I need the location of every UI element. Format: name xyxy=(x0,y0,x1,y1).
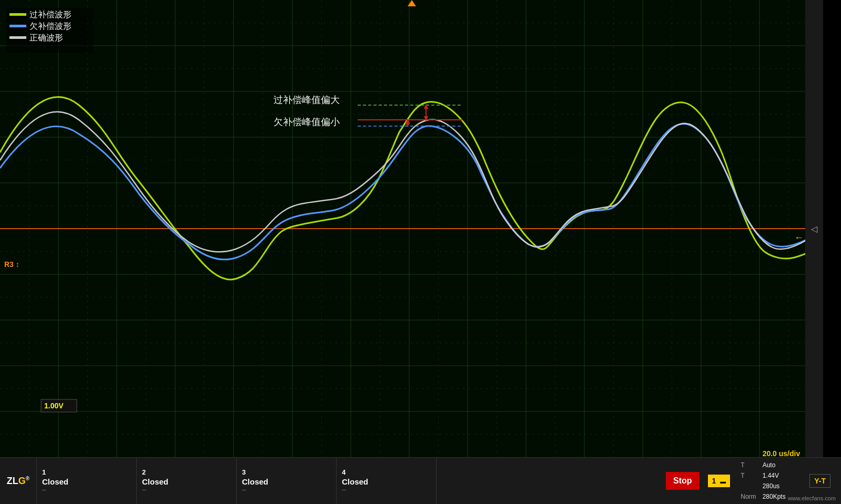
logo-area: ZLG® xyxy=(0,458,37,504)
channel-3-number: 3 xyxy=(242,468,246,476)
zlg-logo: ZLG® xyxy=(7,476,29,487)
time-value: 280us xyxy=(763,481,801,491)
svg-rect-67 xyxy=(9,25,26,27)
channel-1-status: Closed xyxy=(42,477,68,486)
channel-3-dash: -- xyxy=(242,486,246,493)
channel-4-dash: -- xyxy=(342,486,346,493)
svg-text:1.00V: 1.00V xyxy=(44,402,64,410)
yt-label: Y-T xyxy=(809,474,830,488)
svg-text:欠补偿峰值偏小: 欠补偿峰值偏小 xyxy=(273,117,340,127)
display-area: 过补偿峰值偏大 欠补偿峰值偏小 ← T R3 ↕ 1.00V 过补偿波形 欠补偿… xyxy=(0,0,823,457)
stop-button[interactable]: Stop xyxy=(666,472,700,490)
channel-3-status: Closed xyxy=(242,477,268,486)
timescale-label xyxy=(741,448,756,459)
time-label xyxy=(741,481,756,491)
svg-text:过补偿峰值偏大: 过补偿峰值偏大 xyxy=(273,95,340,105)
channel-1-number: 1 xyxy=(42,468,46,476)
timescale-value: 20.0 us/div xyxy=(763,448,801,459)
svg-rect-69 xyxy=(9,36,26,39)
channel-3-group[interactable]: 3 Closed -- xyxy=(237,458,337,504)
channel-2-status: Closed xyxy=(142,477,168,486)
channel-1-group[interactable]: 1 Closed -- xyxy=(37,458,137,504)
oscilloscope-display: 过补偿峰值偏大 欠补偿峰值偏小 ← T R3 ↕ 1.00V 过补偿波形 欠补偿… xyxy=(0,0,841,504)
oscilloscope-screen: 过补偿峰值偏大 欠补偿峰值偏小 ← T R3 ↕ 1.00V 过补偿波形 欠补偿… xyxy=(0,0,823,457)
svg-text:过补偿波形: 过补偿波形 xyxy=(29,10,72,19)
status-bar: ZLG® 1 Closed -- 2 Closed -- 3 Closed -- xyxy=(0,457,841,504)
channel-indicator: 1 ▬ xyxy=(708,475,731,487)
auto-label: Auto xyxy=(763,460,801,470)
trigger-label: T xyxy=(741,460,756,470)
channel-1-dash: -- xyxy=(42,486,46,493)
channel-4-group[interactable]: 4 Closed -- xyxy=(337,458,437,504)
norm-label: Norm xyxy=(741,492,756,501)
svg-text:正确波形: 正确波形 xyxy=(29,33,63,42)
sidebar-arrow-icon[interactable]: ◁ xyxy=(811,224,817,234)
svg-rect-65 xyxy=(9,13,26,16)
channel-2-dash: -- xyxy=(142,486,146,493)
voltage-value: 1.44V xyxy=(763,471,801,480)
channel-4-status: Closed xyxy=(342,477,368,486)
svg-text:欠补偿波形: 欠补偿波形 xyxy=(29,22,72,30)
website-watermark: www.elecfans.com xyxy=(788,495,836,501)
svg-text:R3 ↕: R3 ↕ xyxy=(4,260,19,269)
channel-2-group[interactable]: 2 Closed -- xyxy=(137,458,237,504)
channel-2-number: 2 xyxy=(142,468,146,476)
voltage-label: T xyxy=(741,471,756,480)
sidebar-panel[interactable]: ◁ xyxy=(805,0,823,457)
channel-4-number: 4 xyxy=(342,468,346,476)
